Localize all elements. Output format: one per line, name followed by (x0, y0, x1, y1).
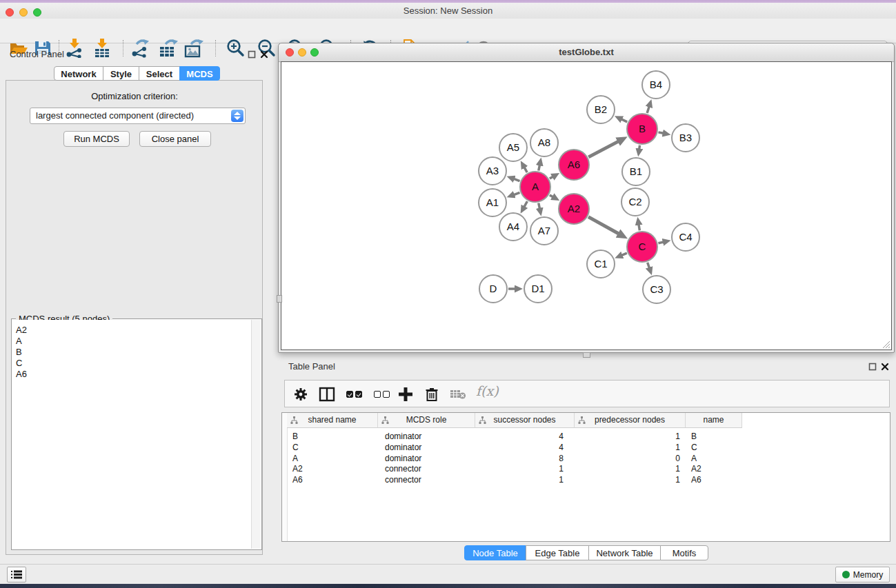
column-header-shared-name[interactable]: shared name (287, 413, 378, 428)
tab-edge-table[interactable]: Edge Table (526, 545, 589, 560)
table-row-B[interactable]: Bdominator41B (287, 431, 890, 442)
cell-successor[interactable]: 4 (475, 431, 575, 442)
show-panels-list-button[interactable] (7, 567, 26, 582)
delete-column-icon[interactable] (425, 386, 439, 403)
graph-node-A5[interactable]: A5 (499, 134, 527, 161)
tab-network[interactable]: Network (54, 66, 103, 81)
select-all-checkboxes-icon[interactable] (346, 391, 362, 407)
graph-edge-A-A8[interactable] (539, 165, 540, 170)
graph-node-A2[interactable]: A2 (559, 194, 589, 224)
graph-edge-B-B4[interactable] (647, 106, 649, 113)
table-options-gear-icon[interactable] (293, 386, 308, 403)
cell-successor[interactable]: 1 (475, 463, 575, 474)
table-panel-close-button[interactable] (881, 363, 889, 371)
graph-edge-B-B3[interactable] (659, 132, 664, 133)
window-resize-handle-south[interactable] (583, 352, 590, 358)
cell-mcds_role[interactable]: dominator (378, 431, 475, 442)
cell-shared_name[interactable]: A (287, 453, 378, 464)
add-column-icon[interactable] (398, 386, 413, 403)
table-row-A2[interactable]: A2connector11A2 (287, 463, 890, 474)
graph-node-A[interactable]: A (520, 172, 550, 202)
table-panel-float-button[interactable] (868, 363, 877, 371)
network-graph[interactable]: AA1A2A3A4A5A6A7A8BB1B2B3B4CC1C2C3C4DD1 (281, 62, 893, 351)
export-table-icon[interactable] (157, 39, 178, 58)
mcds-result-scrollbar[interactable] (251, 320, 261, 549)
control-panel-close-button[interactable] (260, 50, 268, 59)
tab-mcds[interactable]: MCDS (179, 66, 220, 81)
window-resize-grip[interactable] (881, 339, 890, 349)
graph-node-A4[interactable]: A4 (499, 213, 527, 241)
graph-edge-A-A4[interactable] (524, 201, 527, 207)
graph-node-B[interactable]: B (627, 114, 657, 144)
graph-edge-B-B1[interactable] (639, 145, 640, 150)
graph-edge-A-A5[interactable] (524, 168, 527, 172)
mcds-result-item[interactable]: B (12, 347, 251, 358)
table-row-A[interactable]: Adominator80A (287, 453, 890, 464)
mcds-result-item[interactable]: A (12, 336, 251, 347)
graph-node-A8[interactable]: A8 (530, 129, 558, 156)
graph-edge-A-A7[interactable] (539, 203, 540, 209)
cell-mcds_role[interactable]: dominator (378, 442, 475, 453)
graph-node-D1[interactable]: D1 (524, 275, 552, 303)
import-table-icon[interactable] (92, 39, 112, 58)
deselect-all-checkboxes-icon[interactable] (374, 391, 390, 407)
mcds-result-list[interactable]: A2ABCA6 (12, 320, 251, 549)
graph-node-B1[interactable]: B1 (622, 158, 650, 185)
graph-nodes[interactable]: AA1A2A3A4A5A6A7A8BB1B2B3B4CC1C2C3C4DD1 (479, 71, 699, 303)
window-resize-handle-west[interactable] (277, 295, 282, 303)
graph-edge-A-A6[interactable] (550, 176, 553, 179)
cell-predecessor[interactable]: 1 (575, 431, 686, 442)
export-image-icon[interactable] (183, 39, 203, 58)
graph-edge-C-C2[interactable] (639, 225, 639, 231)
cell-name[interactable]: B (686, 431, 742, 442)
graph-node-D[interactable]: D (479, 275, 507, 303)
mcds-result-item[interactable]: A2 (12, 325, 251, 336)
network-window-titlebar[interactable]: testGlobe.txt (279, 43, 894, 62)
cell-name[interactable]: A2 (686, 463, 742, 474)
column-header-MCDS-role[interactable]: MCDS role (378, 413, 475, 428)
export-network-icon[interactable] (130, 39, 150, 58)
mcds-result-item[interactable]: C (12, 358, 251, 369)
mcds-result-item[interactable]: A6 (12, 369, 251, 380)
graph-edge-B-B2[interactable] (621, 119, 627, 122)
table-row-A6[interactable]: A6connector11A6 (287, 474, 890, 485)
cell-predecessor[interactable]: 0 (575, 453, 686, 464)
graph-node-A7[interactable]: A7 (530, 217, 558, 245)
cell-shared_name[interactable]: A6 (287, 474, 378, 485)
close-panel-button[interactable]: Close panel (139, 131, 211, 147)
tab-motifs[interactable]: Motifs (660, 545, 708, 560)
cell-mcds_role[interactable]: dominator (378, 453, 475, 464)
cell-mcds_role[interactable]: connector (378, 463, 475, 474)
criterion-dropdown[interactable]: largest connected component (directed) (30, 108, 246, 124)
zoom-in-icon[interactable] (226, 39, 246, 58)
column-header-name[interactable]: name (686, 413, 742, 428)
graph-edge-A-A2[interactable] (550, 195, 553, 197)
function-builder-icon[interactable]: f(x) (476, 383, 499, 398)
tab-network-table[interactable]: Network Table (588, 545, 661, 560)
graph-node-C2[interactable]: C2 (621, 188, 649, 216)
import-network-icon[interactable] (64, 39, 85, 58)
graph-edge-C-C4[interactable] (658, 242, 663, 243)
delete-table-icon[interactable] (450, 386, 466, 403)
cell-mcds_role[interactable]: connector (378, 474, 475, 485)
cell-shared_name[interactable]: B (287, 431, 378, 442)
run-mcds-button[interactable]: Run MCDS (63, 131, 130, 147)
graph-edge-A2-C[interactable] (588, 217, 619, 234)
cell-name[interactable]: C (686, 442, 742, 453)
graph-node-C4[interactable]: C4 (672, 223, 699, 251)
graph-edge-A-A3[interactable] (514, 179, 520, 181)
cell-predecessor[interactable]: 1 (575, 442, 686, 453)
cell-shared_name[interactable]: C (287, 442, 378, 453)
table-row-C[interactable]: Cdominator41C (287, 442, 890, 453)
column-header-successor-nodes[interactable]: successor nodes (475, 413, 575, 428)
memory-button[interactable]: Memory (835, 567, 890, 582)
network-canvas[interactable]: AA1A2A3A4A5A6A7A8BB1B2B3B4CC1C2C3C4DD1 (281, 61, 892, 350)
tab-node-table[interactable]: Node Table (464, 545, 526, 560)
graph-node-C[interactable]: C (627, 232, 657, 262)
control-panel-float-button[interactable] (248, 50, 256, 59)
cell-successor[interactable]: 4 (475, 442, 575, 453)
graph-node-A6[interactable]: A6 (559, 150, 589, 180)
graph-node-A3[interactable]: A3 (479, 157, 506, 185)
tab-select[interactable]: Select (139, 66, 180, 81)
tab-style[interactable]: Style (103, 66, 139, 81)
